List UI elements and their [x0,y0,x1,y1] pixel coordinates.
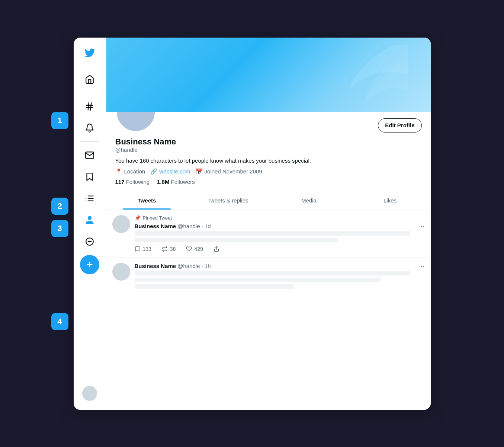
app-window: Edit Profile Business Name @handle You h… [74,38,431,410]
badge-4: 4 [51,313,68,330]
sidebar-item-bookmarks[interactable] [80,167,99,186]
profile-name: Business Name [115,137,422,147]
profile-stats: 117 Following 1.8M Followers [115,179,422,185]
profile-joined: 📅 Joined November 2009 [196,168,262,175]
calendar-icon: 📅 [196,168,203,175]
following-count: 117 [115,179,125,185]
tweet-more-1[interactable]: ··· [419,223,424,230]
following-label-text: Following [126,179,150,185]
tweet-actions-1: 133 38 429 [135,246,425,252]
joined-text: Joined November 2009 [205,168,262,175]
profile-banner [106,38,431,112]
sidebar-item-lists[interactable] [80,189,99,208]
edit-profile-button[interactable]: Edit Profile [378,118,421,132]
divider-2 [80,141,99,142]
sidebar-item-messages[interactable] [80,146,99,165]
profile-bio: You have 160 characters to let people kn… [115,157,422,165]
profile-meta: 📍 Location 🔗 website.com 📅 Joined Novemb… [115,168,422,175]
profile-location: 📍 Location [115,168,145,175]
tweet-line [135,271,410,275]
tweet-line [135,231,410,236]
tweet-body-2: Business Name @handle · 1h ··· [135,263,425,293]
retweet-action-1[interactable]: 38 [162,246,176,252]
tab-tweets-replies[interactable]: Tweets & replies [187,191,269,210]
tweet-meta-1: Business Name @handle · 1d [135,223,211,229]
tweet-item-pinned[interactable]: 📌 Pinned Tweet Business Name @handle · 1… [106,210,431,258]
tab-media[interactable]: Media [269,191,350,210]
tweet-handle-time-2: @handle · 1h [177,263,211,269]
sidebar-item-more[interactable] [80,232,99,251]
reply-action-1[interactable]: 133 [135,246,151,252]
sidebar-item-home[interactable] [80,70,99,89]
tweet-header-2: Business Name @handle · 1h ··· [135,263,425,269]
sidebar [74,38,106,410]
reply-count-1: 133 [143,246,151,252]
svg-point-13 [90,241,91,242]
sidebar-item-explore[interactable] [80,97,99,116]
twitter-logo[interactable] [80,44,99,64]
pinned-text: Pinned Tweet [143,215,172,221]
tweet-avatar-1 [112,215,130,233]
tweet-meta-2: Business Name @handle · 1h [135,263,211,269]
svg-point-12 [89,241,90,242]
tweets-list: 📌 Pinned Tweet Business Name @handle · 1… [106,210,431,298]
tweet-text-1 [135,231,425,242]
tab-likes[interactable]: Likes [350,191,431,210]
tweet-line [135,284,294,289]
tweet-line [135,278,381,282]
outer-wrapper: 1 2 3 4 [74,38,431,410]
tab-tweets[interactable]: Tweets [106,191,187,210]
svg-point-11 [88,241,89,242]
profile-tabs: Tweets Tweets & replies Media Likes [106,191,431,210]
pinned-label: 📌 Pinned Tweet [135,215,425,221]
user-avatar-sidebar[interactable] [82,386,97,401]
tweet-header-1: Business Name @handle · 1d ··· [135,223,425,230]
main-content: Edit Profile Business Name @handle You h… [106,38,431,410]
compose-button[interactable] [80,255,99,274]
like-action-1[interactable]: 429 [186,246,203,252]
share-action-1[interactable] [214,246,219,252]
tweet-line [135,238,338,242]
pin-icon: 📌 [135,215,141,221]
profile-website[interactable]: 🔗 website.com [150,168,190,175]
tweet-username-2: Business Name [135,263,176,269]
banner-bird-decoration [289,45,408,112]
tweet-username-1: Business Name [135,223,176,229]
followers-label-text: Followers [171,179,195,185]
like-count-1: 429 [194,246,203,252]
tweet-handle-time-1: @handle · 1d [177,223,211,229]
svg-line-2 [88,103,89,110]
location-icon: 📍 [115,168,122,175]
location-text: Location [124,168,145,175]
badge-1: 1 [51,112,68,129]
link-icon: 🔗 [150,168,157,175]
following-stat[interactable]: 117 Following [115,179,150,185]
followers-count: 1.8M [157,179,169,185]
sidebar-item-profile[interactable] [80,210,99,230]
tweet-text-2 [135,271,425,289]
tweet-item-2[interactable]: Business Name @handle · 1h ··· [106,258,431,298]
sidebar-item-notifications[interactable] [80,118,99,138]
badge-2: 2 [51,198,68,215]
followers-stat[interactable]: 1.8M Followers [157,179,195,185]
tweet-more-2[interactable]: ··· [419,263,424,269]
svg-line-3 [90,103,91,110]
retweet-count-1: 38 [170,246,176,252]
website-link[interactable]: website.com [159,168,190,175]
badge-3: 3 [51,220,68,237]
tweet-body-1: 📌 Pinned Tweet Business Name @handle · 1… [135,215,425,252]
tweet-avatar-2 [112,263,130,281]
divider-1 [80,93,99,93]
profile-handle: @handle [115,147,422,153]
